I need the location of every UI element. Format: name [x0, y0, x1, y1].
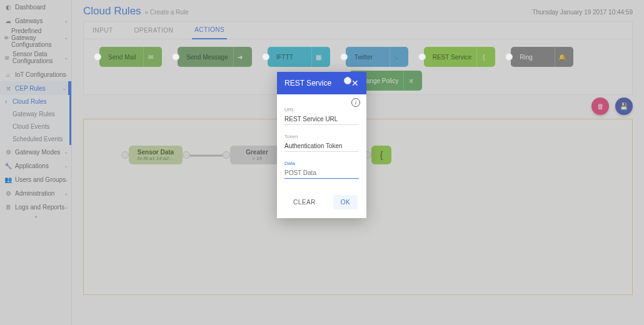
data-input[interactable]	[284, 168, 359, 179]
field-url: URL	[284, 107, 359, 125]
field-label: Data	[284, 161, 359, 166]
modal-body: i URL Token Data	[277, 94, 366, 190]
field-token: Token	[284, 134, 359, 152]
port-icon	[418, 53, 426, 61]
field-data: Data	[284, 161, 359, 179]
port-icon	[172, 53, 179, 61]
port-icon	[344, 77, 351, 84]
port-icon	[262, 53, 269, 61]
close-icon: ✕	[351, 78, 359, 88]
field-label: Token	[284, 134, 359, 139]
port-icon	[340, 53, 348, 61]
ok-button[interactable]: OK	[333, 195, 358, 209]
modal-actions: CLEAR OK	[277, 190, 366, 218]
rest-service-modal: REST Service ✕ i URL Token Data CLEAR OK	[277, 72, 366, 218]
modal-title: REST Service	[284, 79, 331, 88]
close-button[interactable]: ✕	[351, 78, 359, 88]
token-input[interactable]	[284, 141, 359, 152]
info-icon[interactable]: i	[351, 98, 360, 107]
url-input[interactable]	[284, 114, 359, 125]
clear-button[interactable]: CLEAR	[286, 195, 323, 209]
modal-header: REST Service ✕	[277, 72, 366, 94]
port-icon	[94, 53, 101, 61]
field-label: URL	[284, 107, 359, 112]
